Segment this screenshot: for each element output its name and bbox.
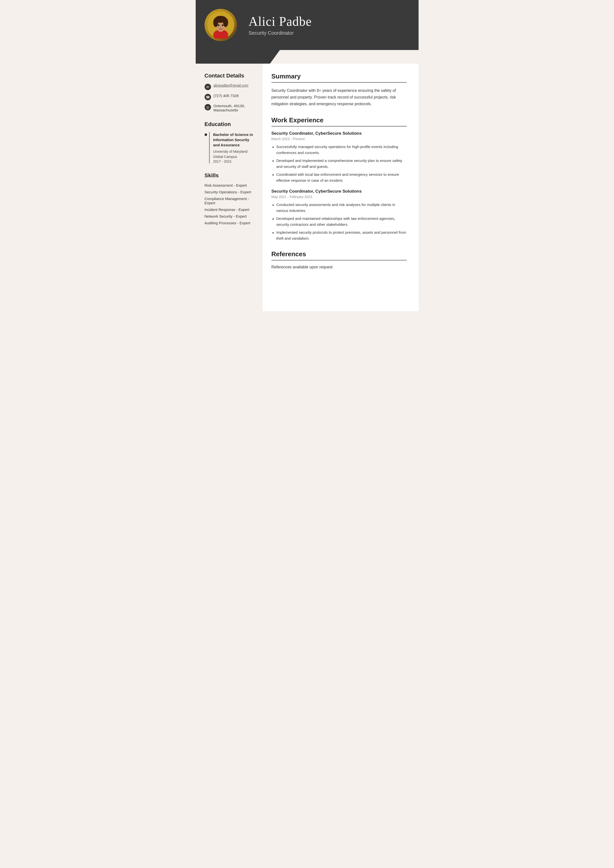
edu-school: University of Maryland Global Campus [213, 149, 256, 160]
address-line2: Massachusetts [213, 108, 238, 112]
job-bullet-item: Developed and maintained relationships w… [272, 215, 407, 228]
main-content: Summary Security Coordinator with 8+ yea… [263, 64, 418, 311]
phone-text: (727) 405 7328 [213, 94, 239, 98]
skill-item: Security Operations - Expert [205, 190, 256, 194]
job-bullets-list: Successfully managed security operations… [272, 144, 407, 183]
contact-email-item: ✉ alicipadbe@gmail.com [205, 84, 256, 90]
skill-item: Incident Response - Expert [205, 208, 256, 212]
chevron-decoration [196, 50, 418, 64]
resume-header: Alici Padbe Security Coordinator [196, 0, 418, 50]
job-entry: Security Coordinator, CyberSecure Soluti… [272, 189, 407, 242]
education-section-title: Education [205, 121, 256, 127]
job-dates: May 2021 - February 2023 [272, 195, 407, 199]
job-bullet-item: Implemented security protocols to protec… [272, 229, 407, 242]
education-item: Bachelor of Science in Information Secur… [205, 132, 256, 163]
job-bullet-item: Conducted security assessments and risk … [272, 202, 407, 214]
chevron-triangle [223, 50, 250, 64]
job-entry: Security Coordinator, CyberSecure Soluti… [272, 131, 407, 183]
svg-point-10 [220, 27, 221, 28]
references-text: References available upon request [272, 265, 407, 270]
summary-text: Security Coordinator with 8+ years of ex… [272, 87, 407, 107]
jobs-list: Security Coordinator, CyberSecure Soluti… [272, 131, 407, 242]
skill-item: Network Security - Expert [205, 214, 256, 219]
svg-point-9 [222, 25, 224, 26]
svg-point-11 [219, 28, 222, 30]
references-title: References [272, 250, 407, 260]
work-experience-title: Work Experience [272, 116, 407, 127]
school-line2: Global Campus [213, 155, 237, 159]
edu-content: Bachelor of Science in Information Secur… [209, 132, 256, 163]
summary-title: Summary [272, 73, 407, 83]
edu-years: 2017 - 2021 [213, 160, 256, 163]
header-text-block: Alici Padbe Security Coordinator [249, 14, 407, 36]
skills-list: Risk Assessment - ExpertSecurity Operati… [205, 183, 256, 225]
resume-job-title: Security Coordinator [249, 30, 407, 36]
contact-section: Contact Details ✉ alicipadbe@gmail.com ☎… [205, 73, 256, 112]
job-bullets-list: Conducted security assessments and risk … [272, 202, 407, 242]
email-icon: ✉ [205, 84, 211, 90]
references-section: References References available upon req… [272, 250, 407, 270]
sidebar: Contact Details ✉ alicipadbe@gmail.com ☎… [196, 64, 263, 311]
skill-item: Auditing Processes - Expert [205, 221, 256, 225]
contact-address-item: ◎ Oniemouth, 49130, Massachusetts [205, 104, 256, 112]
job-dates: March 2023 - Present [272, 137, 407, 141]
contact-section-title: Contact Details [205, 73, 256, 79]
work-experience-section: Work Experience Security Coordinator, Cy… [272, 116, 407, 242]
address-text: Oniemouth, 49130, Massachusetts [213, 104, 245, 112]
degree-line1: Bachelor of Science in [213, 132, 253, 136]
main-layout: Contact Details ✉ alicipadbe@gmail.com ☎… [196, 64, 418, 311]
phone-icon: ☎ [205, 94, 211, 100]
job-title: Security Coordinator, CyberSecure Soluti… [272, 189, 407, 194]
resume-name: Alici Padbe [249, 14, 407, 29]
job-bullet-item: Coordinated with local law enforcement a… [272, 172, 407, 183]
avatar [205, 9, 237, 41]
edu-degree: Bachelor of Science in Information Secur… [213, 132, 256, 147]
location-icon: ◎ [205, 104, 211, 110]
education-section: Education Bachelor of Science in Informa… [205, 121, 256, 163]
svg-point-7 [216, 16, 225, 21]
address-line1: Oniemouth, 49130, [213, 104, 245, 108]
job-title: Security Coordinator, CyberSecure Soluti… [272, 131, 407, 136]
skill-item: Compliance Management - Expert [205, 197, 256, 205]
contact-phone-item: ☎ (727) 405 7328 [205, 94, 256, 100]
job-bullet-item: Developed and implemented a comprehensiv… [272, 158, 407, 170]
summary-section: Summary Security Coordinator with 8+ yea… [272, 73, 407, 107]
email-link[interactable]: alicipadbe@gmail.com [213, 84, 249, 87]
skills-section-title: Skills [205, 172, 256, 179]
skill-item: Risk Assessment - Expert [205, 183, 256, 188]
svg-point-8 [218, 25, 219, 26]
skills-section: Skills Risk Assessment - ExpertSecurity … [205, 172, 256, 225]
school-line1: University of Maryland [213, 150, 248, 153]
job-bullet-item: Successfully managed security operations… [272, 144, 407, 156]
degree-line2: Information Security and Assurance [213, 138, 249, 147]
edu-bullet-icon [205, 133, 207, 136]
